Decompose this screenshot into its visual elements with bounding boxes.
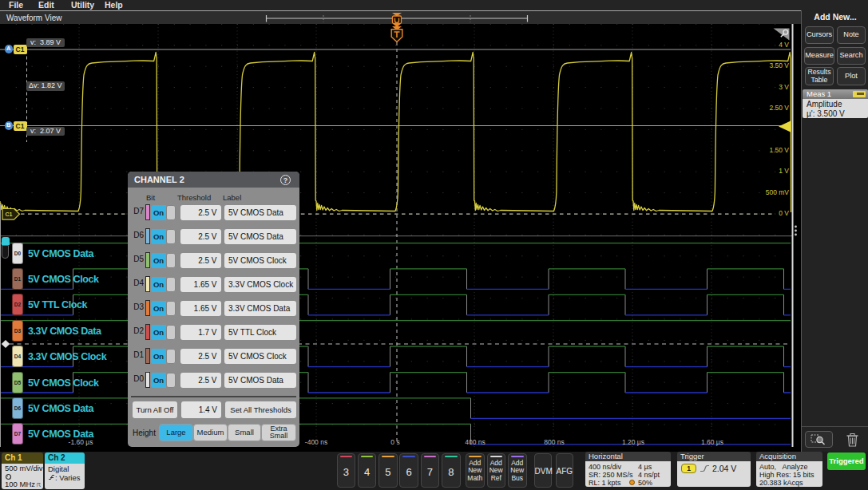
- svg-text:C1: C1: [6, 211, 13, 217]
